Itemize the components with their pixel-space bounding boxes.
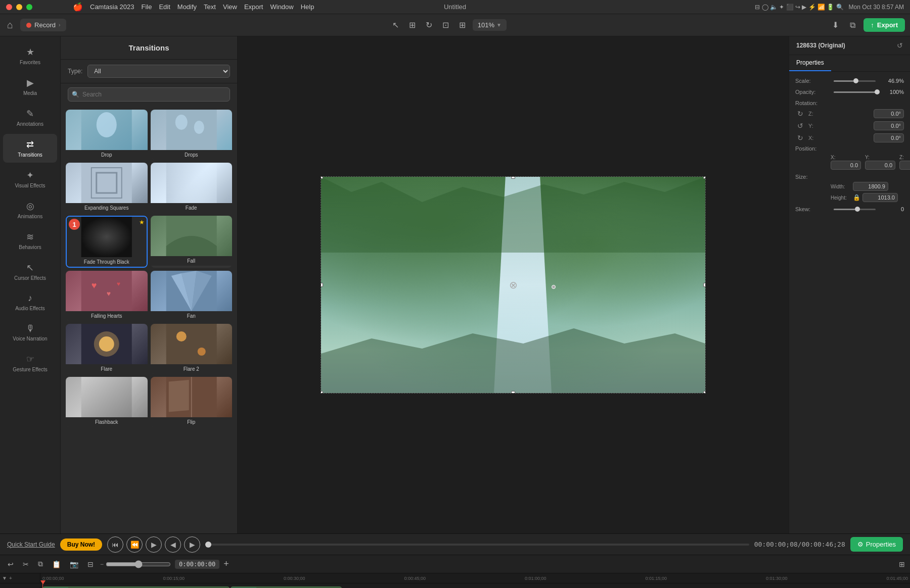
timeline-zoom-slider[interactable]	[106, 560, 171, 568]
sidebar-item-audio-effects[interactable]: ♪ Audio Effects	[3, 288, 57, 316]
sidebar-item-media[interactable]: ▶ Media	[3, 72, 57, 101]
sidebar-item-gesture-effects[interactable]: ☞ Gesture Effects	[3, 349, 57, 377]
sidebar-item-annotations[interactable]: ✎ Annotations	[3, 103, 57, 132]
paste-button[interactable]: 📋	[50, 559, 63, 569]
rotation-x-input[interactable]	[874, 133, 904, 142]
rotate-tool-btn[interactable]: ↻	[423, 18, 435, 32]
zoom-selector[interactable]: 101% ▼	[473, 19, 507, 31]
sidebar-item-favorites[interactable]: ★ Favorites	[3, 41, 57, 70]
tab-properties[interactable]: Properties	[789, 55, 831, 71]
sidebar-item-transitions[interactable]: ⇄ Transitions	[3, 134, 57, 163]
handle-top-left[interactable]	[321, 177, 323, 179]
transition-flip[interactable]: Flip	[151, 377, 233, 427]
scale-slider[interactable]	[834, 80, 876, 82]
height-input[interactable]	[862, 193, 898, 202]
close-btn[interactable]	[6, 4, 12, 10]
timecode-total: 00:00:46;28	[802, 541, 845, 548]
export-label: Export	[877, 21, 898, 29]
transition-drop[interactable]: Drop	[66, 110, 148, 160]
transition-drops[interactable]: Drops	[151, 110, 233, 160]
cursor-tool-btn[interactable]: ↖	[389, 18, 402, 32]
transition-expanding-squares[interactable]: Expanding Squares	[66, 163, 148, 213]
properties-button[interactable]: ⚙ Properties	[850, 537, 903, 552]
transition-fade[interactable]: Fade	[151, 163, 233, 213]
rotation-y-input[interactable]	[874, 121, 904, 130]
add-track-button[interactable]: +	[223, 559, 229, 569]
handle-top-center[interactable]	[511, 177, 515, 179]
search-input[interactable]	[68, 87, 230, 102]
sidebar-item-animations[interactable]: ◎ Animations	[3, 195, 57, 224]
grid-tool-btn[interactable]: ⊞	[456, 18, 469, 32]
snapshot-button[interactable]: 📷	[67, 559, 81, 569]
size-label: Size:	[795, 174, 831, 180]
export-button[interactable]: ↑ Export	[863, 18, 905, 32]
position-x-input[interactable]	[831, 161, 861, 170]
menu-modify[interactable]: Modify	[177, 3, 197, 11]
handle-bottom-center[interactable]	[511, 391, 515, 393]
split-button[interactable]: ⊟	[85, 559, 96, 569]
transition-flashback[interactable]: Flashback	[66, 377, 148, 427]
handle-mid-right[interactable]	[703, 283, 705, 287]
sidebar-item-behaviors[interactable]: ≋ Behaviors	[3, 226, 57, 255]
menu-text[interactable]: Text	[204, 3, 216, 11]
playback-progress-bar[interactable]	[205, 544, 749, 546]
maximize-btn[interactable]	[26, 4, 32, 10]
search-icon: 🔍	[72, 91, 79, 98]
quick-start-link[interactable]: Quick Start Guide	[7, 541, 55, 548]
transition-flare[interactable]: Flare	[66, 324, 148, 374]
share-btn[interactable]: ⧉	[847, 19, 858, 32]
ruler-mark-75: 0:01:15;00	[645, 576, 667, 581]
handle-bottom-left[interactable]	[321, 391, 323, 393]
playback-thumb[interactable]	[205, 542, 211, 548]
transition-fade-through-black[interactable]: 1 ★ Fade Through Black	[66, 216, 148, 268]
minimize-btn[interactable]	[16, 4, 22, 10]
sidebar-item-visual-effects[interactable]: ✦ Visual Effects	[3, 165, 57, 193]
expand-all-btn[interactable]: +	[9, 575, 12, 581]
sidebar-item-cursor-effects[interactable]: ↖ Cursor Effects	[3, 257, 57, 286]
menu-export[interactable]: Export	[244, 3, 263, 11]
menu-file[interactable]: File	[141, 3, 152, 11]
prev-frame-button[interactable]: ◀	[165, 536, 181, 553]
play-pause-button[interactable]: ▶	[146, 536, 162, 553]
step-back-button[interactable]: ⏪	[126, 536, 143, 553]
skew-slider[interactable]	[834, 209, 876, 210]
sidebar-label-media: Media	[23, 90, 37, 96]
opacity-slider[interactable]	[834, 91, 876, 93]
timeline-fullscreen-btn[interactable]: ⊞	[899, 560, 905, 568]
copy-button[interactable]: ⧉	[35, 559, 46, 569]
refresh-icon[interactable]: ↺	[897, 41, 903, 50]
transition-fan[interactable]: Fan	[151, 271, 233, 321]
lock-icon[interactable]: 🔒	[853, 194, 860, 201]
handle-bottom-right[interactable]	[703, 391, 705, 393]
apple-menu[interactable]: 🍎	[73, 2, 83, 12]
menu-edit[interactable]: Edit	[159, 3, 170, 11]
cut-button[interactable]: ✂	[20, 559, 31, 569]
menu-help[interactable]: Help	[301, 3, 314, 11]
menu-window[interactable]: Window	[270, 3, 293, 11]
timecode-current: 00:00:00;08	[754, 541, 798, 548]
download-btn[interactable]: ⬇	[829, 18, 842, 32]
transition-flare-2[interactable]: Flare 2	[151, 324, 233, 374]
handle-mid-left[interactable]	[321, 283, 323, 287]
handle-top-right[interactable]	[703, 177, 705, 179]
sidebar-item-voice-narration[interactable]: 🎙 Voice Narration	[3, 318, 57, 347]
undo-button[interactable]: ↩	[5, 559, 16, 569]
width-input[interactable]	[853, 182, 888, 191]
sidebar-label-transitions: Transitions	[18, 152, 42, 158]
menu-view[interactable]: View	[223, 3, 237, 11]
transition-fall[interactable]: Fall	[151, 216, 233, 268]
home-button[interactable]: ⌂	[5, 17, 15, 33]
record-button[interactable]: Record ›	[20, 19, 66, 31]
fit-tool-btn[interactable]: ⊡	[439, 18, 452, 32]
transition-falling-hearts[interactable]: ♥ ♥ ♥ Falling Hearts	[66, 271, 148, 321]
type-filter-select[interactable]: All	[87, 65, 230, 78]
buy-now-button[interactable]: Buy Now!	[60, 538, 102, 551]
position-z-input[interactable]	[899, 161, 910, 170]
position-y-input[interactable]	[865, 161, 895, 170]
collapse-all-btn[interactable]: ▼	[2, 575, 7, 581]
svg-rect-23	[81, 377, 132, 417]
skip-back-button[interactable]: ⏮	[107, 536, 123, 553]
crop-tool-btn[interactable]: ⊞	[406, 18, 419, 32]
rotation-z-input[interactable]	[874, 109, 904, 118]
next-frame-button[interactable]: ▶	[184, 536, 200, 553]
